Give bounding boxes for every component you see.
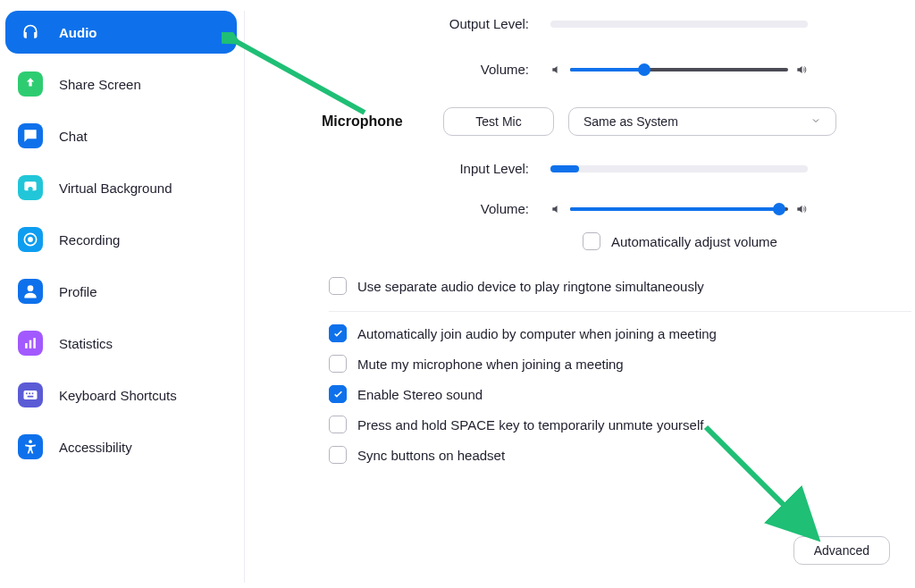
headphones-icon <box>18 20 43 45</box>
sidebar-item-keyboard-shortcuts[interactable]: Keyboard Shortcuts <box>5 374 237 416</box>
svg-rect-6 <box>29 340 32 349</box>
chat-icon <box>18 123 43 148</box>
svg-rect-7 <box>33 338 36 349</box>
auto-adjust-volume-checkbox[interactable] <box>583 232 600 250</box>
sidebar-item-share-screen[interactable]: Share Screen <box>5 63 237 105</box>
statistics-icon <box>18 331 43 356</box>
sidebar-item-label: Audio <box>59 25 97 40</box>
mute-on-join-label: Mute my microphone when joining a meetin… <box>357 357 624 372</box>
mute-on-join-checkbox[interactable] <box>329 355 347 373</box>
mic-volume-label: Volume: <box>264 201 550 216</box>
svg-point-13 <box>29 440 32 443</box>
audio-settings-panel: Output Level: Volume: Microphone Test Mi… <box>264 11 911 583</box>
input-level-meter <box>550 165 808 172</box>
microphone-device-selected: Same as System <box>583 114 678 129</box>
svg-point-1 <box>28 187 32 191</box>
sidebar-item-label: Share Screen <box>59 77 141 92</box>
svg-rect-8 <box>24 391 38 399</box>
output-level-meter <box>550 21 808 28</box>
sidebar-item-label: Recording <box>59 232 120 248</box>
sync-headset-label: Sync buttons on headset <box>357 448 505 463</box>
settings-sidebar: Audio Share Screen Chat Virtual Backgrou… <box>5 11 245 583</box>
sidebar-item-virtual-background[interactable]: Virtual Background <box>5 166 237 209</box>
separate-device-checkbox[interactable] <box>329 277 347 295</box>
svg-rect-5 <box>25 343 28 349</box>
auto-join-audio-checkbox[interactable] <box>329 324 347 342</box>
output-volume-label: Volume: <box>264 62 550 77</box>
virtual-background-icon <box>18 175 43 200</box>
share-screen-icon <box>18 71 43 97</box>
sync-headset-checkbox[interactable] <box>329 446 347 464</box>
sidebar-item-label: Accessibility <box>59 440 132 455</box>
sidebar-item-statistics[interactable]: Statistics <box>5 322 237 365</box>
sidebar-item-profile[interactable]: Profile <box>5 270 237 313</box>
push-to-talk-label: Press and hold SPACE key to temporarily … <box>357 417 703 433</box>
enable-stereo-checkbox[interactable] <box>329 385 347 403</box>
sidebar-item-chat[interactable]: Chat <box>5 114 237 157</box>
mic-volume-slider[interactable] <box>570 207 788 211</box>
accessibility-icon <box>18 434 43 459</box>
section-divider <box>329 311 911 312</box>
svg-rect-12 <box>28 396 34 398</box>
input-level-fill <box>550 165 579 172</box>
separate-device-label: Use separate audio device to play ringto… <box>357 279 704 294</box>
speaker-high-icon <box>795 203 808 215</box>
record-icon <box>18 227 43 252</box>
speaker-low-icon <box>550 63 563 76</box>
speaker-low-icon <box>550 203 563 215</box>
speaker-high-icon <box>795 63 808 76</box>
svg-rect-9 <box>26 393 28 395</box>
sidebar-item-label: Statistics <box>59 336 113 351</box>
chevron-down-icon <box>810 114 821 129</box>
sidebar-item-label: Profile <box>59 284 97 299</box>
output-level-label: Output Level: <box>264 16 550 31</box>
keyboard-icon <box>18 382 43 407</box>
microphone-section-label: Microphone <box>264 113 443 130</box>
profile-icon <box>18 279 43 304</box>
advanced-button[interactable]: Advanced <box>793 536 890 565</box>
auto-adjust-volume-label: Automatically adjust volume <box>611 234 777 249</box>
svg-rect-11 <box>32 393 34 395</box>
sidebar-item-label: Keyboard Shortcuts <box>59 388 177 403</box>
output-volume-slider[interactable] <box>570 68 788 71</box>
sidebar-item-label: Virtual Background <box>59 181 172 196</box>
microphone-device-dropdown[interactable]: Same as System <box>568 107 836 136</box>
svg-rect-10 <box>29 393 30 395</box>
svg-point-3 <box>28 237 33 242</box>
sidebar-item-recording[interactable]: Recording <box>5 218 237 261</box>
input-level-label: Input Level: <box>264 161 550 176</box>
auto-join-audio-label: Automatically join audio by computer whe… <box>357 326 717 341</box>
sidebar-item-audio[interactable]: Audio <box>5 11 237 54</box>
sidebar-item-accessibility[interactable]: Accessibility <box>5 425 237 468</box>
test-mic-button[interactable]: Test Mic <box>443 107 554 136</box>
enable-stereo-label: Enable Stereo sound <box>357 387 483 402</box>
sidebar-item-label: Chat <box>59 129 88 144</box>
svg-point-4 <box>28 285 34 291</box>
push-to-talk-checkbox[interactable] <box>329 416 347 433</box>
